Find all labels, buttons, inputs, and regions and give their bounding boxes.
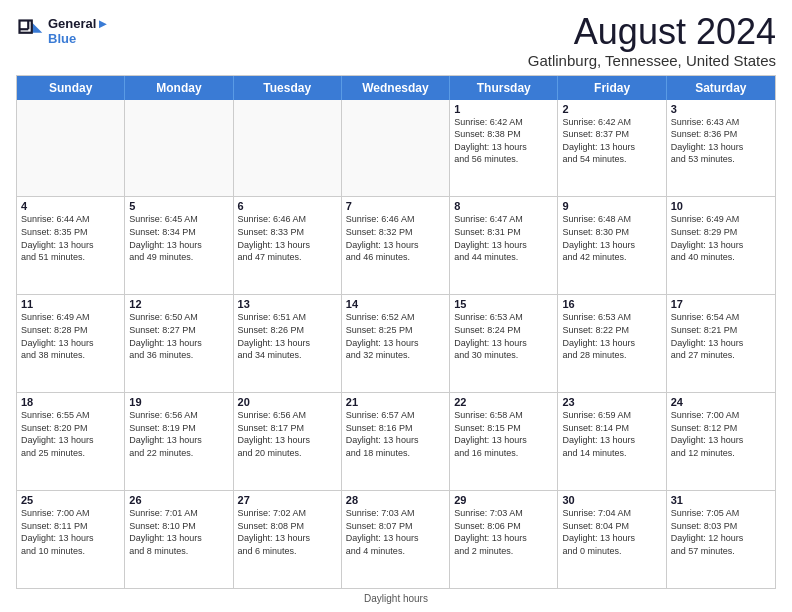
logo-text: General► Blue xyxy=(48,16,109,46)
calendar-cell-1-3: 7Sunrise: 6:46 AM Sunset: 8:32 PM Daylig… xyxy=(342,197,450,294)
day-number: 30 xyxy=(562,494,661,506)
cell-text: Sunrise: 6:55 AM Sunset: 8:20 PM Dayligh… xyxy=(21,409,120,459)
cell-text: Sunrise: 6:48 AM Sunset: 8:30 PM Dayligh… xyxy=(562,213,661,263)
day-header-saturday: Saturday xyxy=(667,76,775,100)
day-header-monday: Monday xyxy=(125,76,233,100)
header: General► Blue August 2024 Gatlinburg, Te… xyxy=(16,12,776,69)
day-number: 1 xyxy=(454,103,553,115)
cell-text: Sunrise: 6:42 AM Sunset: 8:37 PM Dayligh… xyxy=(562,116,661,166)
cell-text: Sunrise: 6:57 AM Sunset: 8:16 PM Dayligh… xyxy=(346,409,445,459)
day-number: 12 xyxy=(129,298,228,310)
main-title: August 2024 xyxy=(528,12,776,52)
day-number: 27 xyxy=(238,494,337,506)
calendar-cell-1-4: 8Sunrise: 6:47 AM Sunset: 8:31 PM Daylig… xyxy=(450,197,558,294)
day-number: 4 xyxy=(21,200,120,212)
cell-text: Sunrise: 6:53 AM Sunset: 8:22 PM Dayligh… xyxy=(562,311,661,361)
day-number: 20 xyxy=(238,396,337,408)
title-block: August 2024 Gatlinburg, Tennessee, Unite… xyxy=(528,12,776,69)
calendar-body: 1Sunrise: 6:42 AM Sunset: 8:38 PM Daylig… xyxy=(17,100,775,588)
cell-text: Sunrise: 6:49 AM Sunset: 8:29 PM Dayligh… xyxy=(671,213,771,263)
day-number: 10 xyxy=(671,200,771,212)
cell-text: Sunrise: 7:01 AM Sunset: 8:10 PM Dayligh… xyxy=(129,507,228,557)
day-number: 6 xyxy=(238,200,337,212)
cell-text: Sunrise: 6:44 AM Sunset: 8:35 PM Dayligh… xyxy=(21,213,120,263)
calendar-cell-0-5: 2Sunrise: 6:42 AM Sunset: 8:37 PM Daylig… xyxy=(558,100,666,197)
cell-text: Sunrise: 6:46 AM Sunset: 8:32 PM Dayligh… xyxy=(346,213,445,263)
cell-text: Sunrise: 6:58 AM Sunset: 8:15 PM Dayligh… xyxy=(454,409,553,459)
cell-text: Sunrise: 7:03 AM Sunset: 8:06 PM Dayligh… xyxy=(454,507,553,557)
day-header-sunday: Sunday xyxy=(17,76,125,100)
day-number: 16 xyxy=(562,298,661,310)
cell-text: Sunrise: 6:51 AM Sunset: 8:26 PM Dayligh… xyxy=(238,311,337,361)
day-number: 9 xyxy=(562,200,661,212)
day-number: 26 xyxy=(129,494,228,506)
calendar-cell-1-0: 4Sunrise: 6:44 AM Sunset: 8:35 PM Daylig… xyxy=(17,197,125,294)
day-header-tuesday: Tuesday xyxy=(234,76,342,100)
day-number: 8 xyxy=(454,200,553,212)
day-header-thursday: Thursday xyxy=(450,76,558,100)
cell-text: Sunrise: 7:00 AM Sunset: 8:11 PM Dayligh… xyxy=(21,507,120,557)
day-number: 3 xyxy=(671,103,771,115)
calendar-cell-3-1: 19Sunrise: 6:56 AM Sunset: 8:19 PM Dayli… xyxy=(125,393,233,490)
day-number: 21 xyxy=(346,396,445,408)
calendar-cell-4-2: 27Sunrise: 7:02 AM Sunset: 8:08 PM Dayli… xyxy=(234,491,342,588)
day-number: 19 xyxy=(129,396,228,408)
calendar-cell-4-3: 28Sunrise: 7:03 AM Sunset: 8:07 PM Dayli… xyxy=(342,491,450,588)
calendar-cell-2-2: 13Sunrise: 6:51 AM Sunset: 8:26 PM Dayli… xyxy=(234,295,342,392)
cell-text: Sunrise: 6:56 AM Sunset: 8:19 PM Dayligh… xyxy=(129,409,228,459)
cell-text: Sunrise: 6:47 AM Sunset: 8:31 PM Dayligh… xyxy=(454,213,553,263)
calendar-cell-0-1 xyxy=(125,100,233,197)
calendar-row-4: 25Sunrise: 7:00 AM Sunset: 8:11 PM Dayli… xyxy=(17,491,775,588)
day-header-wednesday: Wednesday xyxy=(342,76,450,100)
calendar-cell-1-6: 10Sunrise: 6:49 AM Sunset: 8:29 PM Dayli… xyxy=(667,197,775,294)
footer-note: Daylight hours xyxy=(16,593,776,604)
day-number: 11 xyxy=(21,298,120,310)
page: General► Blue August 2024 Gatlinburg, Te… xyxy=(0,0,792,612)
cell-text: Sunrise: 6:56 AM Sunset: 8:17 PM Dayligh… xyxy=(238,409,337,459)
cell-text: Sunrise: 7:03 AM Sunset: 8:07 PM Dayligh… xyxy=(346,507,445,557)
cell-text: Sunrise: 6:52 AM Sunset: 8:25 PM Dayligh… xyxy=(346,311,445,361)
calendar-row-0: 1Sunrise: 6:42 AM Sunset: 8:38 PM Daylig… xyxy=(17,100,775,198)
cell-text: Sunrise: 7:02 AM Sunset: 8:08 PM Dayligh… xyxy=(238,507,337,557)
calendar-cell-2-3: 14Sunrise: 6:52 AM Sunset: 8:25 PM Dayli… xyxy=(342,295,450,392)
calendar-cell-1-5: 9Sunrise: 6:48 AM Sunset: 8:30 PM Daylig… xyxy=(558,197,666,294)
cell-text: Sunrise: 6:53 AM Sunset: 8:24 PM Dayligh… xyxy=(454,311,553,361)
calendar-row-3: 18Sunrise: 6:55 AM Sunset: 8:20 PM Dayli… xyxy=(17,393,775,491)
calendar-cell-3-2: 20Sunrise: 6:56 AM Sunset: 8:17 PM Dayli… xyxy=(234,393,342,490)
day-number: 7 xyxy=(346,200,445,212)
day-number: 14 xyxy=(346,298,445,310)
calendar-cell-4-0: 25Sunrise: 7:00 AM Sunset: 8:11 PM Dayli… xyxy=(17,491,125,588)
calendar-cell-0-6: 3Sunrise: 6:43 AM Sunset: 8:36 PM Daylig… xyxy=(667,100,775,197)
day-number: 22 xyxy=(454,396,553,408)
day-number: 5 xyxy=(129,200,228,212)
day-number: 2 xyxy=(562,103,661,115)
calendar-cell-3-5: 23Sunrise: 6:59 AM Sunset: 8:14 PM Dayli… xyxy=(558,393,666,490)
cell-text: Sunrise: 6:43 AM Sunset: 8:36 PM Dayligh… xyxy=(671,116,771,166)
calendar-cell-3-6: 24Sunrise: 7:00 AM Sunset: 8:12 PM Dayli… xyxy=(667,393,775,490)
calendar-cell-0-0 xyxy=(17,100,125,197)
calendar-cell-1-2: 6Sunrise: 6:46 AM Sunset: 8:33 PM Daylig… xyxy=(234,197,342,294)
cell-text: Sunrise: 6:46 AM Sunset: 8:33 PM Dayligh… xyxy=(238,213,337,263)
cell-text: Sunrise: 6:50 AM Sunset: 8:27 PM Dayligh… xyxy=(129,311,228,361)
logo: General► Blue xyxy=(16,16,109,46)
cell-text: Sunrise: 6:45 AM Sunset: 8:34 PM Dayligh… xyxy=(129,213,228,263)
calendar-cell-3-4: 22Sunrise: 6:58 AM Sunset: 8:15 PM Dayli… xyxy=(450,393,558,490)
calendar-header: SundayMondayTuesdayWednesdayThursdayFrid… xyxy=(17,76,775,100)
calendar-cell-1-1: 5Sunrise: 6:45 AM Sunset: 8:34 PM Daylig… xyxy=(125,197,233,294)
calendar-cell-0-2 xyxy=(234,100,342,197)
day-number: 15 xyxy=(454,298,553,310)
calendar-row-1: 4Sunrise: 6:44 AM Sunset: 8:35 PM Daylig… xyxy=(17,197,775,295)
day-number: 23 xyxy=(562,396,661,408)
calendar-cell-2-1: 12Sunrise: 6:50 AM Sunset: 8:27 PM Dayli… xyxy=(125,295,233,392)
calendar-cell-2-6: 17Sunrise: 6:54 AM Sunset: 8:21 PM Dayli… xyxy=(667,295,775,392)
logo-icon xyxy=(16,17,44,45)
calendar-cell-3-3: 21Sunrise: 6:57 AM Sunset: 8:16 PM Dayli… xyxy=(342,393,450,490)
day-number: 25 xyxy=(21,494,120,506)
calendar-cell-2-4: 15Sunrise: 6:53 AM Sunset: 8:24 PM Dayli… xyxy=(450,295,558,392)
day-header-friday: Friday xyxy=(558,76,666,100)
day-number: 29 xyxy=(454,494,553,506)
subtitle: Gatlinburg, Tennessee, United States xyxy=(528,52,776,69)
calendar-cell-2-5: 16Sunrise: 6:53 AM Sunset: 8:22 PM Dayli… xyxy=(558,295,666,392)
cell-text: Sunrise: 7:04 AM Sunset: 8:04 PM Dayligh… xyxy=(562,507,661,557)
calendar-cell-0-4: 1Sunrise: 6:42 AM Sunset: 8:38 PM Daylig… xyxy=(450,100,558,197)
